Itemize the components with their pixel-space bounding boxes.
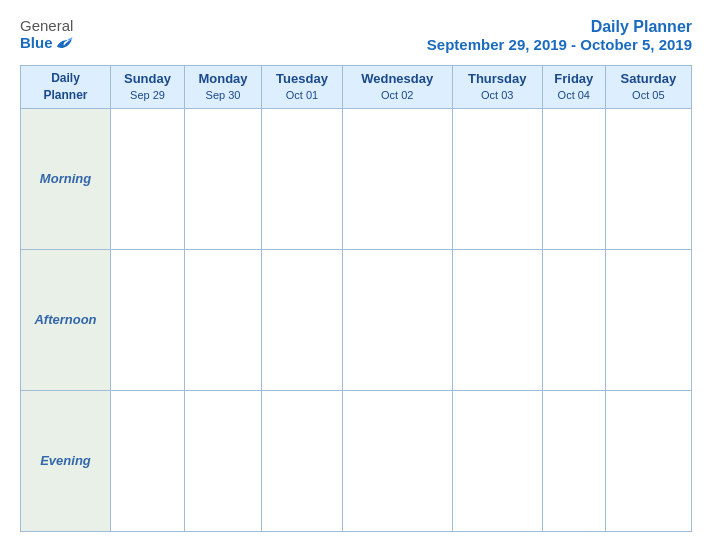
col-header-planner-label: DailyPlanner: [23, 70, 108, 104]
cell-evening-fri[interactable]: [542, 390, 605, 531]
col-header-wed: Wednesday Oct 02: [342, 66, 452, 109]
col-header-sat: Saturday Oct 05: [605, 66, 691, 109]
col-header-tue: Tuesday Oct 01: [262, 66, 343, 109]
cell-evening-sun[interactable]: [111, 390, 185, 531]
logo-bird-icon: [55, 36, 73, 50]
page-title: Daily Planner: [427, 18, 692, 36]
row-label-evening: Evening: [21, 390, 111, 531]
title-block: Daily Planner September 29, 2019 - Octob…: [427, 18, 692, 53]
cell-morning-sun[interactable]: [111, 108, 185, 249]
cell-evening-thu[interactable]: [452, 390, 542, 531]
cell-afternoon-sat[interactable]: [605, 249, 691, 390]
row-morning: Morning: [21, 108, 692, 249]
col-header-thu: Thursday Oct 03: [452, 66, 542, 109]
col-header-sun: Sunday Sep 29: [111, 66, 185, 109]
row-label-afternoon: Afternoon: [21, 249, 111, 390]
cell-morning-fri[interactable]: [542, 108, 605, 249]
cell-morning-mon[interactable]: [184, 108, 261, 249]
cell-morning-tue[interactable]: [262, 108, 343, 249]
cell-afternoon-wed[interactable]: [342, 249, 452, 390]
logo-general-text: General: [20, 18, 73, 35]
row-evening: Evening: [21, 390, 692, 531]
cell-afternoon-sun[interactable]: [111, 249, 185, 390]
cell-evening-wed[interactable]: [342, 390, 452, 531]
cell-afternoon-fri[interactable]: [542, 249, 605, 390]
cell-evening-mon[interactable]: [184, 390, 261, 531]
cell-afternoon-thu[interactable]: [452, 249, 542, 390]
cell-morning-thu[interactable]: [452, 108, 542, 249]
cell-evening-sat[interactable]: [605, 390, 691, 531]
page-header: General Blue Daily Planner September 29,…: [20, 18, 692, 53]
col-header-planner: DailyPlanner: [21, 66, 111, 109]
cell-evening-tue[interactable]: [262, 390, 343, 531]
col-header-mon: Monday Sep 30: [184, 66, 261, 109]
cell-morning-wed[interactable]: [342, 108, 452, 249]
date-range: September 29, 2019 - October 5, 2019: [427, 36, 692, 53]
cell-afternoon-mon[interactable]: [184, 249, 261, 390]
calendar-table: DailyPlanner Sunday Sep 29 Monday Sep 30…: [20, 65, 692, 532]
logo: General Blue: [20, 18, 73, 51]
col-header-fri: Friday Oct 04: [542, 66, 605, 109]
header-row: DailyPlanner Sunday Sep 29 Monday Sep 30…: [21, 66, 692, 109]
row-afternoon: Afternoon: [21, 249, 692, 390]
logo-blue-text: Blue: [20, 35, 73, 52]
cell-morning-sat[interactable]: [605, 108, 691, 249]
row-label-morning: Morning: [21, 108, 111, 249]
cell-afternoon-tue[interactable]: [262, 249, 343, 390]
